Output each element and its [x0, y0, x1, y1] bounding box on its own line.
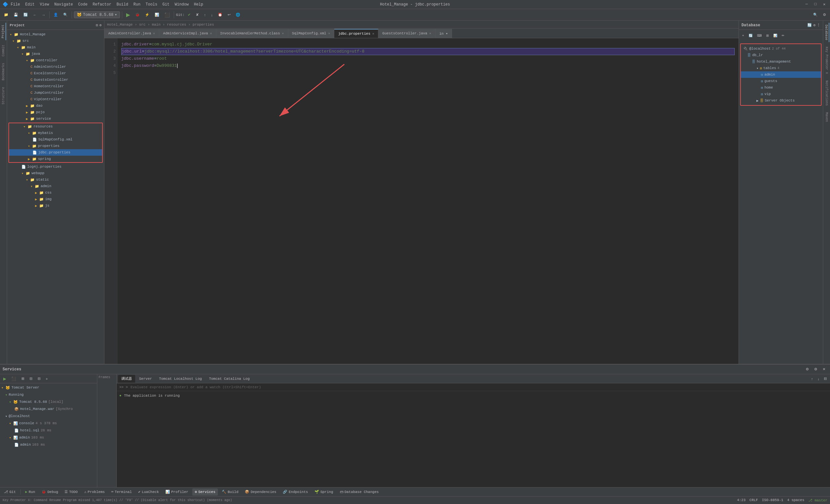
tab-invocablehandler-close[interactable]: ✕	[282, 31, 284, 35]
settings-button[interactable]: ⚙	[821, 11, 828, 19]
svc-admin[interactable]: ▾ 📊 admin 103 ms	[0, 434, 97, 441]
notifications-tab[interactable]: Notifications	[824, 78, 829, 108]
db-vip-table[interactable]: ⊞ vip	[741, 91, 821, 97]
bookmarks-tab[interactable]: Bookmarks	[1, 61, 6, 83]
svc-tab-server[interactable]: Server	[136, 375, 155, 383]
database-tab[interactable]: Database	[824, 23, 829, 42]
project-tab[interactable]: Project	[1, 23, 6, 40]
tree-item-service[interactable]: ▶ 📁 service	[7, 116, 104, 122]
svc-filter-btn[interactable]: ⊟	[28, 375, 34, 383]
tree-item-admincontroller[interactable]: C AdminController	[7, 64, 104, 70]
tree-item-src[interactable]: ▾ 📁 src	[7, 38, 104, 44]
git-undo[interactable]: ↩	[226, 11, 232, 19]
stop-button[interactable]: ⬛	[162, 11, 172, 19]
svc-stop-btn[interactable]: ⬛	[9, 375, 18, 383]
tab-guestscontroller[interactable]: GuestsController.java ✕	[378, 29, 436, 38]
tree-item-excelcontroller[interactable]: C ExcelController	[7, 70, 104, 76]
status-encoding[interactable]: ISO-8859-1	[762, 498, 783, 502]
coverage-button[interactable]: ⚡	[143, 11, 151, 19]
svc-tomcat-version[interactable]: ▾ 🐱 Tomcat 8.5.68 [local]	[0, 398, 97, 405]
db-header-actions[interactable]: 🔄 ⚙ ⋮	[807, 23, 820, 27]
collapse-all-icon[interactable]: ⊟	[96, 23, 98, 27]
svc-up-btn[interactable]: ↑	[809, 375, 815, 383]
tree-item-vipcontroller[interactable]: C VipController	[7, 96, 104, 102]
debug-button[interactable]: 🐞	[133, 11, 142, 19]
svc-add-btn[interactable]: ⊞	[20, 375, 26, 383]
window-controls[interactable]: ─ □ ✕	[803, 2, 827, 7]
dependencies-tool-btn[interactable]: 📦 Dependencies	[242, 489, 279, 496]
svc-run-btn[interactable]: ▶	[1, 375, 8, 383]
build-tool-btn[interactable]: 🔨 Build	[219, 489, 241, 496]
sync-button[interactable]: 🔄	[22, 11, 30, 19]
run-button[interactable]: ▶	[124, 11, 132, 19]
expression-bar[interactable]: >> > Evaluate expression (Enter) or add …	[117, 383, 830, 391]
maximize-button[interactable]: □	[812, 2, 819, 7]
services-close-btn[interactable]: ✕	[821, 365, 827, 374]
git-cross[interactable]: ✘	[194, 11, 201, 19]
db-sync-button[interactable]: 🔄	[747, 31, 755, 39]
todo-tool-btn[interactable]: ☰ TODO	[62, 489, 80, 496]
svc-localhost[interactable]: ▾ @localhost	[0, 413, 97, 420]
git-check[interactable]: ✔	[186, 11, 193, 19]
debug-tool-btn[interactable]: 🐞 Debug	[39, 489, 61, 496]
svc-tab-actions[interactable]: ↑ ↓ ⊟	[809, 375, 829, 383]
code-content[interactable]: jdbc.driver = com.mysql.cj.jdbc.Driver j…	[117, 38, 739, 364]
svc-running[interactable]: ▾ Running	[0, 391, 97, 398]
menu-edit[interactable]: Edit	[25, 2, 35, 7]
git-history[interactable]: ⏰	[216, 11, 224, 19]
status-indent[interactable]: 4 spaces	[787, 498, 804, 502]
commit-tab[interactable]: Commit	[1, 43, 6, 58]
tree-item-css[interactable]: ▶ 📁 css	[7, 189, 104, 196]
tab-adminserviceimpl[interactable]: AdminServiceImpl.java ✕	[159, 29, 216, 38]
svc-more-btn[interactable]: +	[44, 375, 50, 383]
menu-view[interactable]: View	[40, 2, 49, 7]
menu-refactor[interactable]: Refactor	[93, 2, 111, 7]
git-tool-btn[interactable]: ⎇ Git	[1, 489, 19, 496]
db-tables-item[interactable]: ▾ ⊞ tables 4	[741, 65, 821, 71]
svc-console[interactable]: ▾ 📊 console 4 s 378 ms	[0, 420, 97, 427]
status-branch[interactable]: ⎇ master	[808, 498, 827, 502]
db-console-button[interactable]: ⌨	[755, 31, 764, 39]
db-admin-table[interactable]: ⊞ admin	[741, 71, 821, 78]
back-button[interactable]: ←	[31, 11, 39, 19]
tree-item-jdbc[interactable]: 📄 jdbc.properties	[9, 149, 102, 156]
db-localhost-item[interactable]: 🔌 @localhost 2 of 44	[741, 45, 821, 52]
spring-tool-btn[interactable]: 🌱 Spring	[312, 489, 336, 496]
translate-button[interactable]: 🌐	[234, 11, 242, 19]
db-table-button[interactable]: ⊞	[764, 31, 771, 39]
db-guests-table[interactable]: ⊞ guests	[741, 78, 821, 84]
tree-item-pojo[interactable]: ▶ 📁 pojo	[7, 109, 104, 116]
svc-resize-btn[interactable]: ⊟	[822, 375, 829, 383]
tab-guestscontroller-close[interactable]: ✕	[429, 31, 431, 35]
forward-button[interactable]: →	[40, 11, 47, 19]
tree-item-spring[interactable]: ▶ 📁 spring	[9, 156, 102, 162]
menu-help[interactable]: Help	[194, 2, 203, 7]
services-settings-btn[interactable]: ⚙	[804, 365, 811, 374]
menu-code[interactable]: Code	[78, 2, 88, 7]
db-changes-tool-btn[interactable]: 🗃 Database Changes	[337, 489, 382, 496]
db-more-icon[interactable]: ⋮	[817, 23, 820, 27]
menu-window[interactable]: Window	[175, 2, 189, 7]
svc-tab-localhost-log[interactable]: Tomcat Localhost Log	[156, 375, 205, 383]
svc-hotel-sql[interactable]: 📄 hotel.sql 26 ms	[0, 427, 97, 434]
tree-item-controller[interactable]: ▾ 📁 controller	[7, 57, 104, 64]
structure-tab[interactable]: Structure	[1, 85, 6, 106]
maven-tab[interactable]: Maven	[824, 110, 829, 124]
profile-run-button[interactable]: 📊	[153, 11, 161, 19]
profiler-tool-btn[interactable]: 📊 Profiler	[163, 489, 191, 496]
tab-admincontroller[interactable]: AdminController.java ✕	[104, 29, 159, 38]
tree-item-mybatis[interactable]: ▾ 📁 mybatis	[9, 130, 102, 136]
tree-item-static[interactable]: ▾ 📁 static	[7, 177, 104, 183]
tree-item-dao[interactable]: ▶ 📁 dao	[7, 102, 104, 109]
db-home-table[interactable]: ⊞ home	[741, 84, 821, 91]
svc-admin-sub[interactable]: 📄 admin 103 ms	[0, 441, 97, 448]
svc-down-btn[interactable]: ↓	[816, 375, 822, 383]
menu-build[interactable]: Build	[117, 2, 128, 7]
status-position[interactable]: 4:23	[737, 498, 745, 502]
tab-in[interactable]: in ▾	[436, 29, 452, 38]
tab-jdbc-close[interactable]: ✕	[372, 32, 374, 36]
key-promoter-tab[interactable]: Key Promoter X	[824, 45, 829, 76]
tree-item-log4j[interactable]: 📄 log4j.properties	[7, 163, 104, 170]
problems-tool-btn[interactable]: ⚠ Problems	[82, 489, 107, 496]
settings-icon[interactable]: ⚙	[99, 23, 101, 27]
